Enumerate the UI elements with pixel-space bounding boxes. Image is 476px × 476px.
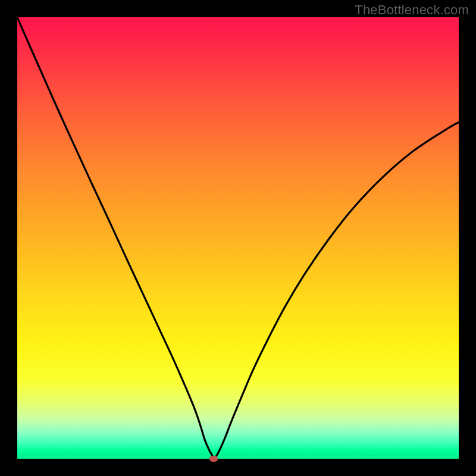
optimal-point-marker [209, 456, 218, 462]
watermark-text: TheBottleneck.com [355, 2, 469, 18]
bottleneck-curve [17, 17, 459, 459]
chart-area [17, 17, 459, 459]
